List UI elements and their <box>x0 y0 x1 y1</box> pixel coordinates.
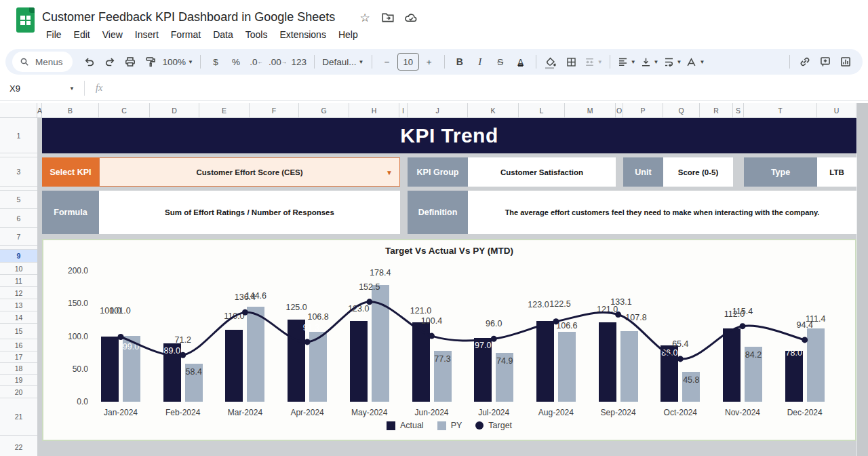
legend-item-actual: Actual <box>387 421 424 430</box>
row-header-3[interactable]: 3 <box>0 157 37 187</box>
menu-item-file[interactable]: File <box>41 27 67 42</box>
target-value-label: 99.0 <box>123 342 139 352</box>
horizontal-align-button[interactable]: ▼ <box>617 53 636 71</box>
format-percent-button[interactable]: % <box>228 53 244 71</box>
row-header-11[interactable]: 11 <box>0 275 37 287</box>
zoom-select[interactable]: 100%▼ <box>163 53 193 71</box>
row-header-5[interactable]: 5 <box>0 191 37 209</box>
column-header-M[interactable]: M <box>565 103 616 118</box>
column-header-O[interactable]: O <box>616 103 623 118</box>
menu-item-insert[interactable]: Insert <box>130 27 164 42</box>
chart-legend: ActualPYTarget <box>42 421 856 430</box>
definition-value[interactable]: The average effort customers feel they n… <box>468 191 856 234</box>
row-header-9[interactable]: 9 <box>0 250 37 263</box>
text-wrap-button[interactable]: ▼ <box>663 53 682 71</box>
redo-button[interactable] <box>102 53 118 71</box>
italic-button[interactable]: I <box>472 53 488 71</box>
text-color-button[interactable]: A <box>513 53 529 71</box>
increase-decimals-button[interactable]: .00→ <box>269 53 287 71</box>
font-select[interactable]: Defaul...▼ <box>321 53 365 71</box>
text-rotation-button[interactable]: ▼ <box>686 53 705 71</box>
row-header-15[interactable]: 15 <box>0 324 37 339</box>
menu-item-view[interactable]: View <box>97 27 128 42</box>
select-all-corner[interactable] <box>0 103 37 118</box>
print-button[interactable] <box>122 53 138 71</box>
format-currency-button[interactable]: $ <box>208 53 224 71</box>
row-header-21[interactable]: 21 <box>0 398 37 436</box>
column-header-J[interactable]: J <box>408 103 468 118</box>
row-header-16[interactable]: 16 <box>0 339 37 352</box>
paint-format-button[interactable] <box>142 53 159 71</box>
menu-item-extensions[interactable]: Extensions <box>274 27 331 42</box>
kpi-group-value[interactable]: Customer Satisfaction <box>468 157 616 187</box>
actual-bar <box>412 322 430 402</box>
formula-value[interactable]: Sum of Effort Ratings / Number of Respon… <box>99 191 400 234</box>
column-header-L[interactable]: L <box>519 103 565 118</box>
dropdown-caret-icon: ▼ <box>386 168 393 176</box>
row-header-22[interactable]: 22 <box>0 436 37 456</box>
star-icon[interactable]: ☆ <box>358 11 372 24</box>
menu-item-format[interactable]: Format <box>165 27 206 42</box>
column-header-B[interactable]: B <box>42 103 99 118</box>
column-header-S[interactable]: S <box>733 103 744 118</box>
more-formats-button[interactable]: 123 <box>291 53 307 71</box>
column-header-A[interactable]: A <box>37 103 42 118</box>
column-header-U[interactable]: U <box>817 103 856 118</box>
strikethrough-button[interactable]: S <box>492 53 509 71</box>
column-header-C[interactable]: C <box>99 103 150 118</box>
actual-legend-swatch <box>387 421 395 430</box>
cloud-saved-icon[interactable] <box>404 11 418 24</box>
menu-item-data[interactable]: Data <box>208 27 239 42</box>
undo-button[interactable] <box>81 53 98 71</box>
actual-bar <box>350 321 368 402</box>
row-header-12[interactable]: 12 <box>0 287 37 299</box>
row-header-1[interactable]: 1 <box>0 118 37 153</box>
row-header-7[interactable]: 7 <box>0 228 37 246</box>
column-header-H[interactable]: H <box>349 103 399 118</box>
column-header-I[interactable]: I <box>399 103 408 118</box>
row-header-18[interactable]: 18 <box>0 363 37 375</box>
menu-item-edit[interactable]: Edit <box>68 27 96 42</box>
unit-value[interactable]: Score (0-5) <box>663 157 733 187</box>
column-header-F[interactable]: F <box>250 103 299 118</box>
row-header-10[interactable]: 10 <box>0 263 37 275</box>
borders-button[interactable] <box>564 53 580 71</box>
row-header-17[interactable]: 17 <box>0 352 37 363</box>
row-header-6[interactable]: 6 <box>0 209 37 228</box>
sheets-logo-icon[interactable] <box>16 7 35 33</box>
menu-item-help[interactable]: Help <box>333 27 363 42</box>
insert-comment-button[interactable] <box>817 53 833 71</box>
row-header-20[interactable]: 20 <box>0 386 37 398</box>
insert-chart-button[interactable] <box>837 53 854 71</box>
kpi-select-dropdown[interactable]: Customer Effort Score (CES) ▼ <box>99 157 400 187</box>
column-header-T[interactable]: T <box>744 103 817 118</box>
column-header-G[interactable]: G <box>299 103 349 118</box>
fill-color-button[interactable] <box>543 53 559 71</box>
x-axis-label: Mar-2024 <box>228 408 262 417</box>
column-header-D[interactable]: D <box>150 103 199 118</box>
formula-input[interactable] <box>109 76 868 100</box>
insert-link-button[interactable] <box>797 53 813 71</box>
type-value[interactable]: LTB <box>817 157 856 187</box>
kpi-trend-chart[interactable]: Target Vs Actual Vs PY (MTD) Jan-2024100… <box>42 239 856 441</box>
decrease-decimals-button[interactable]: .0← <box>248 53 264 71</box>
bold-button[interactable]: B <box>452 53 468 71</box>
column-header-P[interactable]: P <box>623 103 663 118</box>
document-title[interactable]: Customer Feedback KPI Dashboard in Googl… <box>42 10 335 24</box>
name-box[interactable]: X9 ▼ <box>0 83 80 94</box>
target-value-label: 122.5 <box>549 299 570 309</box>
menus-search[interactable]: Menus <box>12 52 73 72</box>
menu-item-tools[interactable]: Tools <box>240 27 273 42</box>
row-header-19[interactable]: 19 <box>0 375 37 386</box>
row-header-13[interactable]: 13 <box>0 299 37 311</box>
font-size-input[interactable]: 10 <box>397 53 419 71</box>
move-to-folder-icon[interactable] <box>381 11 395 24</box>
row-header-14[interactable]: 14 <box>0 311 37 324</box>
increase-font-size-button[interactable]: + <box>421 53 437 71</box>
column-header-Q[interactable]: Q <box>663 103 700 118</box>
column-header-R[interactable]: R <box>700 103 733 118</box>
column-header-K[interactable]: K <box>468 103 519 118</box>
vertical-align-button[interactable]: ▼ <box>640 53 659 71</box>
decrease-font-size-button[interactable]: − <box>379 53 395 71</box>
column-header-E[interactable]: E <box>199 103 250 118</box>
